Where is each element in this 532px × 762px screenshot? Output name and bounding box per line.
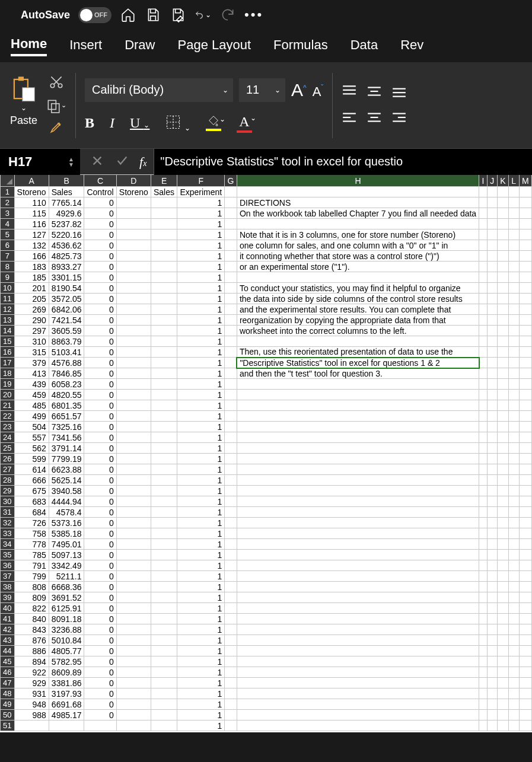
cell[interactable] [479, 496, 488, 507]
cell[interactable] [225, 187, 237, 197]
cell[interactable] [116, 635, 151, 646]
cell[interactable]: 684 [14, 507, 49, 518]
cell[interactable] [116, 464, 151, 475]
cell[interactable] [487, 603, 497, 614]
cell[interactable] [508, 432, 519, 443]
cell[interactable] [497, 443, 508, 454]
cell[interactable]: 8863.79 [49, 336, 84, 347]
cell[interactable] [508, 197, 519, 208]
cell[interactable] [479, 624, 488, 635]
cell[interactable]: 0 [84, 390, 116, 400]
tab-draw[interactable]: Draw [125, 37, 155, 55]
cell[interactable] [519, 336, 532, 347]
col-header-E[interactable]: E [151, 175, 177, 187]
cell[interactable] [116, 550, 151, 560]
cell[interactable] [519, 368, 532, 379]
cell[interactable] [14, 720, 49, 731]
cell[interactable] [49, 720, 84, 731]
cell[interactable] [225, 656, 237, 667]
cell[interactable] [116, 326, 151, 336]
cell[interactable] [508, 326, 519, 336]
cell[interactable] [479, 443, 488, 454]
cell[interactable] [225, 603, 237, 614]
cell[interactable] [116, 454, 151, 464]
cell[interactable]: 5385.18 [49, 528, 84, 539]
cell[interactable] [116, 699, 151, 710]
cell[interactable] [487, 678, 497, 688]
cell[interactable]: 778 [14, 539, 49, 550]
cell[interactable]: 922 [14, 667, 49, 678]
cell[interactable]: 0 [84, 550, 116, 560]
cell[interactable] [479, 550, 488, 560]
cell[interactable] [519, 187, 532, 197]
align-center-icon[interactable] [367, 111, 382, 126]
cell[interactable] [479, 464, 488, 475]
cell[interactable] [151, 283, 177, 294]
cell[interactable] [151, 219, 177, 229]
cell[interactable] [151, 304, 177, 315]
cell[interactable]: 5097.13 [49, 550, 84, 560]
cell[interactable] [508, 358, 519, 368]
cell[interactable]: 5220.16 [49, 229, 84, 240]
cell[interactable]: 7846.85 [49, 368, 84, 379]
row-header[interactable]: 22 [1, 411, 15, 422]
cell[interactable] [237, 486, 479, 496]
cell[interactable] [116, 475, 151, 486]
cell[interactable] [225, 443, 237, 454]
cell[interactable] [519, 464, 532, 475]
cell[interactable] [497, 197, 508, 208]
cell[interactable] [519, 614, 532, 624]
cell[interactable] [479, 283, 488, 294]
cell[interactable] [116, 528, 151, 539]
cell[interactable]: 1 [177, 528, 225, 539]
cell[interactable]: 310 [14, 336, 49, 347]
cell[interactable]: 1 [177, 539, 225, 550]
col-header-J[interactable]: J [487, 175, 497, 187]
cell[interactable] [487, 400, 497, 411]
cell[interactable] [225, 667, 237, 678]
cell[interactable]: 1 [177, 390, 225, 400]
cell[interactable] [116, 571, 151, 582]
cell[interactable] [225, 496, 237, 507]
row-header[interactable]: 3 [1, 208, 15, 219]
cell[interactable] [237, 571, 479, 582]
cell[interactable] [479, 571, 488, 582]
cell[interactable] [479, 635, 488, 646]
cell[interactable]: 5010.84 [49, 635, 84, 646]
cell[interactable] [497, 411, 508, 422]
cell[interactable]: 4929.6 [49, 208, 84, 219]
cell[interactable] [116, 229, 151, 240]
cell[interactable] [497, 400, 508, 411]
cell[interactable] [479, 422, 488, 432]
cell[interactable] [479, 272, 488, 283]
cell[interactable]: 0 [84, 251, 116, 262]
cell[interactable]: 0 [84, 336, 116, 347]
cell[interactable] [487, 422, 497, 432]
paste-icon[interactable] [9, 74, 39, 104]
borders-button[interactable]: ⌄ [165, 114, 190, 133]
cell[interactable] [151, 294, 177, 304]
cell[interactable] [237, 507, 479, 518]
cell[interactable] [497, 678, 508, 688]
cell[interactable]: 1 [177, 475, 225, 486]
cell[interactable] [497, 560, 508, 571]
cell[interactable] [519, 208, 532, 219]
grow-font-icon[interactable]: A^ [291, 80, 307, 100]
cell[interactable] [487, 240, 497, 251]
cell[interactable] [508, 272, 519, 283]
cell[interactable]: 894 [14, 656, 49, 667]
cell[interactable]: 0 [84, 283, 116, 294]
cell[interactable] [116, 411, 151, 422]
cell[interactable] [519, 592, 532, 603]
cell[interactable] [479, 400, 488, 411]
cell[interactable] [225, 326, 237, 336]
cell[interactable] [487, 229, 497, 240]
cell[interactable] [225, 475, 237, 486]
cell[interactable]: Sales [151, 187, 177, 197]
cell[interactable]: Note that it is in 3 columns, one for st… [237, 229, 479, 240]
cell[interactable] [116, 251, 151, 262]
cell[interactable]: 0 [84, 592, 116, 603]
cell[interactable] [116, 518, 151, 528]
cell[interactable] [519, 219, 532, 229]
row-header[interactable]: 29 [1, 486, 15, 496]
